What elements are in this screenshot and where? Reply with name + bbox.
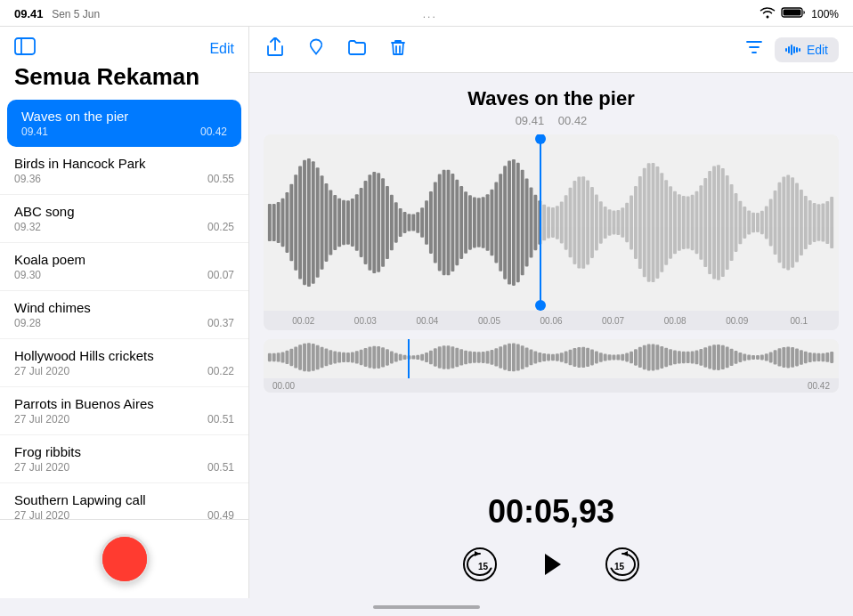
svg-rect-54: [459, 186, 463, 259]
svg-rect-249: [743, 353, 746, 361]
svg-rect-124: [765, 207, 768, 239]
item-date: 27 Jul 2020: [14, 365, 69, 377]
svg-rect-162: [364, 348, 368, 367]
svg-rect-268: [825, 353, 829, 362]
recording-item[interactable]: Frog ribbits 27 Jul 2020 00.51: [0, 435, 248, 483]
svg-rect-107: [691, 195, 695, 250]
svg-rect-134: [808, 200, 812, 245]
edit-waveform-button[interactable]: Edit: [775, 37, 839, 62]
sidebar-footer: [0, 519, 248, 598]
delete-button[interactable]: [386, 36, 410, 63]
status-bar: 09.41 Sen 5 Jun ... 100%: [0, 0, 853, 27]
svg-rect-25: [333, 195, 337, 250]
svg-rect-9: [799, 48, 800, 52]
svg-rect-18: [303, 160, 306, 285]
toolbar-right: Edit: [743, 36, 839, 63]
svg-rect-245: [726, 347, 729, 369]
svg-rect-151: [316, 345, 320, 370]
main-waveform[interactable]: 00.02 00.03 00.04 00.05 00.06 00.07 00.0…: [264, 134, 839, 330]
svg-rect-204: [547, 353, 550, 361]
item-duration: 00.51: [207, 413, 234, 426]
svg-rect-14: [285, 192, 288, 253]
folder-button[interactable]: [345, 36, 369, 63]
recording-item[interactable]: Parrots in Buenos Aires 27 Jul 2020 00.5…: [0, 387, 248, 435]
recording-item[interactable]: ABC song 09.32 00.25: [0, 195, 248, 243]
svg-rect-160: [355, 351, 359, 363]
recording-item[interactable]: Southern Lapwing call 27 Jul 2020 00.49: [0, 483, 248, 519]
svg-rect-4: [785, 48, 787, 52]
svg-rect-200: [530, 350, 533, 366]
svg-rect-240: [703, 347, 707, 367]
svg-rect-181: [447, 345, 451, 369]
forward-button[interactable]: 15: [603, 545, 642, 584]
mini-waveform[interactable]: 00.00 00.42: [264, 339, 839, 393]
svg-rect-261: [795, 348, 799, 366]
item-duration: 00.42: [200, 126, 227, 138]
item-meta: 27 Jul 2020 00.49: [14, 509, 234, 519]
svg-rect-88: [608, 209, 612, 235]
svg-rect-194: [503, 344, 507, 370]
svg-rect-45: [420, 207, 424, 238]
svg-rect-49: [438, 174, 442, 272]
rewind-button[interactable]: 15: [460, 545, 500, 584]
svg-rect-131: [795, 182, 799, 262]
sidebar: Edit Semua Rekaman Waves on the pier 09.…: [0, 27, 249, 598]
time-ruler: 00.02 00.03 00.04 00.05 00.06 00.07 00.0…: [264, 311, 839, 330]
svg-rect-171: [403, 355, 407, 360]
svg-rect-68: [521, 170, 524, 276]
svg-rect-98: [652, 163, 655, 282]
svg-rect-167: [386, 349, 389, 365]
favorite-button[interactable]: [305, 36, 328, 63]
svg-rect-196: [512, 344, 516, 372]
filter-button[interactable]: [743, 36, 766, 63]
svg-rect-108: [695, 191, 699, 254]
recording-list: Waves on the pier 09.41 00.42 Birds in H…: [0, 100, 248, 519]
svg-rect-23: [325, 183, 329, 262]
svg-rect-231: [664, 348, 668, 367]
sidebar-title: Semua Rekaman: [0, 63, 248, 100]
svg-rect-106: [686, 196, 690, 248]
sidebar-toggle-button[interactable]: [14, 37, 36, 60]
svg-rect-67: [516, 163, 520, 282]
sidebar-edit-button[interactable]: Edit: [209, 41, 234, 57]
svg-rect-52: [451, 174, 454, 272]
svg-rect-252: [756, 355, 760, 360]
record-button[interactable]: [100, 534, 150, 584]
svg-rect-232: [669, 349, 672, 365]
svg-rect-226: [643, 345, 646, 369]
svg-rect-79: [569, 188, 573, 258]
recording-item[interactable]: Birds in Hancock Park 09.36 00.55: [0, 147, 248, 195]
recording-item[interactable]: Wind chimes 09.28 00.37: [0, 291, 248, 339]
recording-item[interactable]: Koala poem 09.30 00.07: [0, 243, 248, 291]
svg-rect-105: [682, 196, 686, 249]
item-date: 27 Jul 2020: [14, 509, 69, 519]
item-duration: 00.49: [207, 509, 234, 519]
svg-rect-163: [368, 346, 371, 368]
svg-rect-210: [573, 348, 576, 367]
svg-rect-207: [560, 353, 564, 361]
svg-rect-137: [821, 204, 825, 242]
svg-rect-158: [346, 353, 350, 362]
svg-rect-60: [486, 194, 490, 251]
svg-rect-135: [813, 203, 816, 242]
svg-rect-128: [782, 177, 785, 269]
svg-rect-109: [699, 185, 703, 260]
playback-time: 00:05,93: [249, 486, 853, 538]
svg-rect-116: [730, 184, 734, 261]
share-button[interactable]: [264, 36, 287, 63]
svg-rect-221: [621, 354, 624, 361]
svg-rect-102: [669, 186, 672, 258]
detail-panel: Edit Waves on the pier 09.41 00.42: [249, 27, 853, 598]
item-date: 09.28: [14, 317, 41, 329]
svg-rect-66: [512, 159, 516, 286]
svg-rect-24: [329, 190, 332, 255]
recording-item[interactable]: Waves on the pier 09.41 00.42: [7, 100, 241, 147]
svg-rect-243: [717, 344, 720, 370]
svg-rect-46: [425, 200, 428, 244]
svg-rect-188: [477, 352, 481, 362]
play-button[interactable]: [532, 545, 571, 584]
svg-rect-80: [573, 181, 576, 264]
recording-item[interactable]: Hollywood Hills crickets 27 Jul 2020 00.…: [0, 339, 248, 387]
svg-rect-140: [268, 353, 272, 361]
svg-rect-82: [581, 176, 585, 269]
